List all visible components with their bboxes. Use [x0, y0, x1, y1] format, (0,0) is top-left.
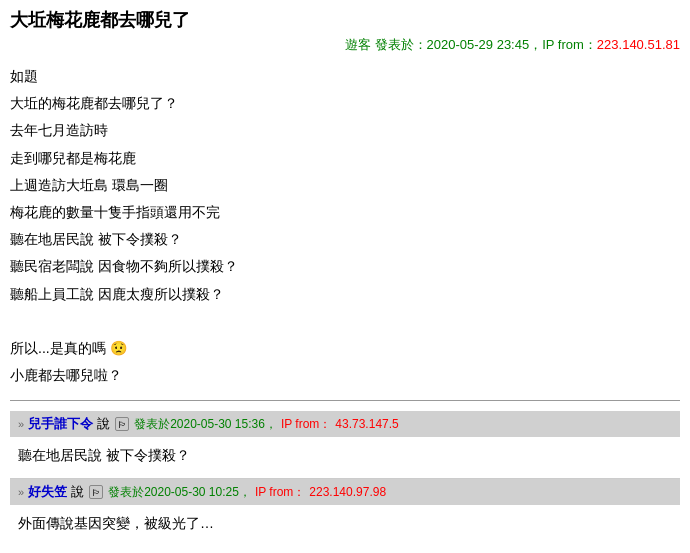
- body-line-9: 聽船上員工說 因鹿太瘦所以撲殺？: [10, 282, 680, 307]
- comment-2: » 好失笠 說 🏳 發表於2020-05-30 10:25， IP from： …: [10, 479, 680, 546]
- comment-1: » 兒手誰下令 說 🏳 發表於2020-05-30 15:36， IP from…: [10, 411, 680, 478]
- post-title: 大坵梅花鹿都去哪兒了: [10, 8, 680, 32]
- body-line-5: 上週造訪大坵島 環島一圈: [10, 173, 680, 198]
- post-body: 如題 大坵的梅花鹿都去哪兒了？ 去年七月造訪時 走到哪兒都是梅花鹿 上週造訪大坵…: [10, 64, 680, 388]
- post-meta: 遊客 發表於：2020-05-29 23:45，IP from：223.140.…: [10, 36, 680, 54]
- body-line-12: 小鹿都去哪兒啦？: [10, 363, 680, 388]
- comment-flag-icon: 🏳: [115, 417, 129, 431]
- body-line-3: 去年七月造訪時: [10, 118, 680, 143]
- body-line-7: 聽在地居民說 被下令撲殺？: [10, 227, 680, 252]
- comment-1-says: 說: [97, 415, 110, 433]
- body-line-11: 所以...是真的嗎 😟: [10, 336, 680, 361]
- page-wrapper: 大坵梅花鹿都去哪兒了 遊客 發表於：2020-05-29 23:45，IP fr…: [0, 0, 690, 553]
- comment-2-header: » 好失笠 說 🏳 發表於2020-05-30 10:25， IP from： …: [10, 479, 680, 505]
- body-line-8: 聽民宿老闆說 因食物不夠所以撲殺？: [10, 254, 680, 279]
- comment-2-arrow-icon: »: [18, 486, 24, 498]
- comment-1-header: » 兒手誰下令 說 🏳 發表於2020-05-30 15:36， IP from…: [10, 411, 680, 437]
- comment-1-ip: 43.73.147.5: [335, 417, 398, 431]
- comment-2-body: 外面傳說基因突變，被級光了…: [10, 505, 680, 546]
- comment-2-ip: 223.140.97.98: [309, 485, 386, 499]
- comment-1-author[interactable]: 兒手誰下令: [28, 415, 93, 433]
- body-line-1: 如題: [10, 64, 680, 89]
- comment-1-body: 聽在地居民說 被下令撲殺？: [10, 437, 680, 478]
- body-line-10: [10, 309, 680, 334]
- body-line-6: 梅花鹿的數量十隻手指頭還用不完: [10, 200, 680, 225]
- comment-2-says: 說: [71, 483, 84, 501]
- comment-2-author[interactable]: 好失笠: [28, 483, 67, 501]
- post-divider: [10, 400, 680, 401]
- comment-2-ip-label: IP from：: [255, 484, 305, 501]
- comment-2-meta: 發表於2020-05-30 10:25，: [108, 484, 251, 501]
- comment-1-ip-label: IP from：: [281, 416, 331, 433]
- post-author-meta: 遊客 發表於：2020-05-29 23:45，IP from：: [345, 37, 597, 52]
- body-line-4: 走到哪兒都是梅花鹿: [10, 146, 680, 171]
- comment-arrow-icon: »: [18, 418, 24, 430]
- post-ip: 223.140.51.81: [597, 37, 680, 52]
- comment-2-flag-icon: 🏳: [89, 485, 103, 499]
- comment-1-meta: 發表於2020-05-30 15:36，: [134, 416, 277, 433]
- body-line-2: 大坵的梅花鹿都去哪兒了？: [10, 91, 680, 116]
